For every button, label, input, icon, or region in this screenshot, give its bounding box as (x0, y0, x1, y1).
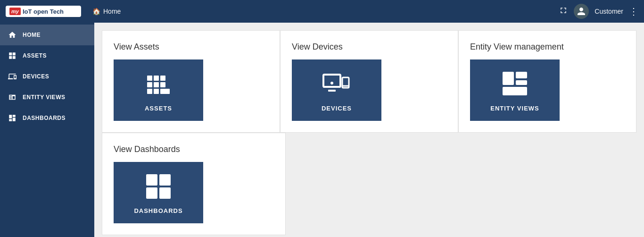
sidebar-devices-label: DEVICES (23, 73, 49, 80)
svg-rect-20 (159, 174, 171, 186)
entity-views-button[interactable]: ENTITY VIEWS (470, 59, 560, 121)
devices-button-label: DEVICES (322, 105, 352, 112)
svg-rect-9 (323, 75, 340, 87)
sidebar-item-assets[interactable]: ASSETS (0, 45, 94, 66)
svg-rect-1 (154, 76, 159, 81)
sidebar-item-entity-views[interactable]: ENTITY VIEWS (0, 87, 94, 108)
dashboards-card: View Dashboards DASHBOARDS (102, 133, 286, 235)
entity-views-sidebar-icon (8, 93, 17, 102)
avatar[interactable] (574, 4, 589, 19)
entity-views-card: Entity View management ENTITY VIEWS (458, 30, 636, 133)
username-label: Customer (594, 8, 623, 15)
svg-rect-19 (146, 174, 157, 186)
assets-card: View Assets ASSETS (102, 30, 280, 133)
logo-my-label: my (9, 8, 21, 15)
svg-rect-2 (160, 76, 165, 81)
entity-views-card-title: Entity View management (470, 42, 564, 52)
devices-card: View Devices DEVICES (280, 30, 458, 133)
app-header: my IoT open Tech 🏠 Home Customer ⋮ (0, 0, 644, 23)
cards-row-bottom: View Dashboards DASHBOARDS (102, 133, 636, 235)
header-right: Customer ⋮ (559, 4, 638, 19)
home-sidebar-icon (8, 30, 17, 40)
sidebar-item-home[interactable]: HOME (0, 25, 94, 45)
sidebar: HOME ASSETS DEVICES ENT (0, 23, 94, 237)
fullscreen-icon[interactable] (559, 6, 568, 17)
svg-rect-15 (503, 72, 514, 85)
breadcrumb-label: Home (103, 8, 121, 15)
assets-sidebar-icon (8, 51, 17, 60)
svg-rect-21 (146, 187, 157, 199)
svg-rect-0 (147, 76, 152, 81)
sidebar-item-dashboards[interactable]: DASHBOARDS (0, 108, 94, 128)
sidebar-assets-label: ASSETS (23, 52, 47, 59)
svg-rect-8 (160, 89, 170, 94)
dashboards-sidebar-icon (8, 113, 17, 123)
assets-button-label: ASSETS (145, 105, 172, 112)
svg-rect-18 (503, 87, 527, 95)
dashboards-card-title: View Dashboards (114, 144, 180, 154)
breadcrumb: 🏠 Home (81, 8, 559, 15)
main-content: View Assets ASSETS (94, 23, 644, 237)
svg-rect-6 (147, 89, 152, 94)
dashboards-button[interactable]: DASHBOARDS (114, 162, 203, 223)
svg-rect-22 (159, 187, 171, 199)
cards-row-top: View Assets ASSETS (102, 30, 636, 133)
assets-button[interactable]: ASSETS (114, 59, 203, 121)
svg-rect-17 (516, 80, 527, 85)
main-layout: HOME ASSETS DEVICES ENT (0, 23, 644, 237)
svg-rect-4 (154, 82, 159, 87)
more-menu-icon[interactable]: ⋮ (629, 6, 638, 17)
sidebar-home-label: HOME (23, 32, 41, 38)
svg-rect-11 (328, 90, 336, 92)
sidebar-dashboards-label: DASHBOARDS (23, 115, 66, 121)
svg-rect-5 (160, 82, 165, 87)
devices-card-title: View Devices (292, 42, 343, 52)
sidebar-entity-views-label: ENTITY VIEWS (23, 94, 65, 101)
sidebar-item-devices[interactable]: DEVICES (0, 66, 94, 87)
svg-rect-7 (154, 89, 159, 94)
devices-sidebar-icon (8, 72, 17, 81)
svg-rect-3 (147, 82, 152, 87)
home-icon: 🏠 (92, 8, 100, 15)
svg-point-12 (330, 82, 333, 85)
logo: my IoT open Tech (6, 6, 81, 17)
logo-text-label: IoT open Tech (23, 8, 64, 15)
dashboards-button-label: DASHBOARDS (134, 207, 182, 214)
svg-rect-16 (516, 72, 527, 78)
assets-card-title: View Assets (114, 42, 159, 52)
entity-views-button-label: ENTITY VIEWS (490, 105, 539, 112)
devices-button[interactable]: DEVICES (292, 59, 381, 121)
